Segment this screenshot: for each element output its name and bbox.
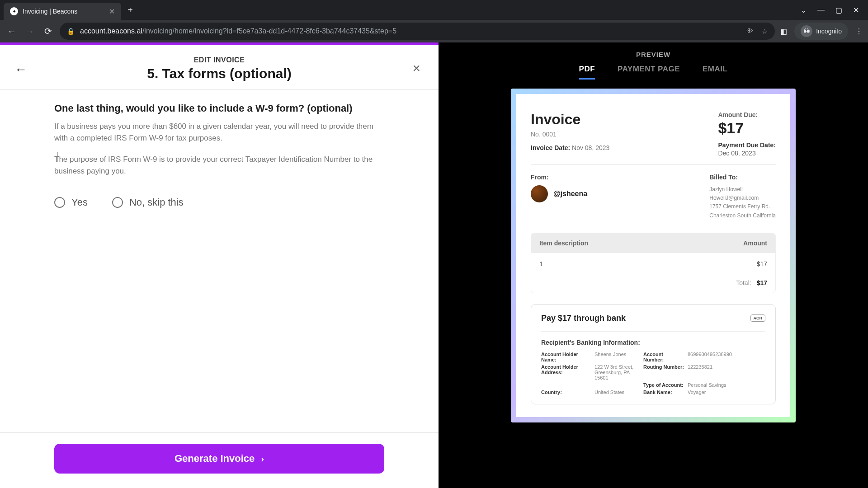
radio-icon (112, 197, 123, 208)
favicon-icon: ✦ (10, 7, 18, 15)
items-header-amount: Amount (743, 239, 767, 247)
billed-to-label: Billed To: (709, 174, 776, 181)
bank-info-title: Recipient's Banking Information: (541, 339, 765, 346)
editor-body: One last thing, would you like to includ… (0, 90, 439, 432)
bank-name-value: Voyager (688, 389, 765, 395)
radio-no[interactable]: No, skip this (112, 197, 184, 208)
forward-button[interactable]: → (24, 26, 36, 37)
holder-name-value: Sheena Jones (594, 352, 640, 362)
divider (531, 164, 776, 164)
back-button[interactable]: ← (5, 26, 18, 37)
items-header-desc: Item description (539, 239, 588, 247)
item-desc: 1 (539, 260, 543, 267)
invoice-date-label: Invoice Date: (531, 144, 570, 151)
item-amount: $17 (757, 260, 767, 267)
billed-to-name: Jazlyn Howell (709, 185, 776, 194)
generate-invoice-button[interactable]: Generate Invoice › (54, 444, 384, 474)
from-label: From: (531, 174, 587, 181)
browser-chrome: ✦ Invoicing | Beacons ✕ + ⌄ — ▢ ✕ ← → ⟳ … (0, 0, 868, 42)
amount-due-label: Amount Due: (718, 111, 776, 118)
page-content: ← × EDIT INVOICE 5. Tax forms (optional)… (0, 42, 868, 488)
bank-info-box: Pay $17 through bank ACH Recipient's Ban… (531, 304, 776, 404)
chevron-right-icon: › (261, 454, 264, 464)
routing-value: 122235821 (688, 364, 765, 380)
editor-footer: Generate Invoice › (0, 432, 439, 488)
holder-addr-label: Account Holder Address: (541, 364, 591, 380)
preview-tabs: PDF PAYMENT PAGE EMAIL (579, 65, 728, 80)
w9-desc-1: If a business pays you more than $600 in… (54, 121, 384, 144)
browser-tab[interactable]: ✦ Invoicing | Beacons ✕ (4, 3, 121, 20)
bank-name-label: Bank Name: (643, 389, 684, 395)
back-arrow-icon[interactable]: ← (14, 62, 27, 77)
acct-num-value: 8699900495238990 (688, 352, 765, 362)
minimize-icon[interactable]: — (817, 6, 825, 14)
from-handle: @jsheena (553, 190, 587, 198)
preview-panel: PREVIEW PDF PAYMENT PAGE EMAIL Invoice N… (439, 42, 868, 488)
w9-question: One last thing, would you like to includ… (54, 103, 384, 114)
payment-due-value: Dec 08, 2023 (718, 150, 776, 157)
incognito-badge[interactable]: 🕶 Incognito (794, 23, 848, 40)
tab-pdf[interactable]: PDF (579, 65, 595, 80)
invoice-title: Invoice (531, 111, 609, 128)
bank-info-grid: Account Holder Name: Sheena Jones Accoun… (541, 352, 765, 395)
close-icon[interactable]: ✕ (109, 7, 115, 16)
tab-title: Invoicing | Beacons (23, 8, 104, 15)
radio-yes[interactable]: Yes (54, 197, 88, 208)
invoice-card: Invoice No. 0001 Invoice Date: Nov 08, 2… (516, 94, 790, 417)
eye-off-icon[interactable]: 👁 (746, 27, 753, 36)
total-label: Total: (736, 279, 751, 286)
ach-badge: ACH (750, 314, 766, 322)
preview-label: PREVIEW (636, 51, 670, 58)
kebab-menu-icon[interactable]: ⋮ (855, 27, 863, 36)
avatar (531, 185, 548, 202)
invoice-frame: Invoice No. 0001 Invoice Date: Nov 08, 2… (511, 89, 796, 422)
invoice-date-value: Nov 08, 2023 (572, 144, 609, 151)
radio-icon (54, 197, 65, 208)
amount-due-value: $17 (718, 119, 776, 137)
acct-type-label: Type of Account: (643, 382, 684, 388)
payment-due-label: Payment Due Date: (718, 141, 776, 149)
radio-yes-label: Yes (71, 197, 88, 208)
w9-desc-2: The purpose of IRS Form W-9 is to provid… (54, 154, 384, 177)
billed-to-email: HowellJ@gmail.com (709, 194, 776, 202)
radio-no-label: No, skip this (129, 197, 184, 208)
bank-pay-title: Pay $17 through bank (541, 314, 626, 323)
divider (541, 331, 765, 332)
generate-invoice-label: Generate Invoice (175, 453, 255, 465)
country-label: Country: (541, 389, 591, 395)
tab-email[interactable]: EMAIL (703, 65, 727, 80)
incognito-icon: 🕶 (801, 25, 812, 37)
items-table: Item description Amount 1 $17 Total: $17 (531, 233, 776, 293)
tab-bar: ✦ Invoicing | Beacons ✕ + ⌄ — ▢ ✕ (0, 0, 868, 20)
edit-invoice-label: EDIT INVOICE (16, 56, 422, 64)
invoice-number: No. 0001 (531, 131, 609, 138)
chevron-down-icon[interactable]: ⌄ (801, 6, 807, 14)
holder-addr-value: 122 W 3rd Street,Greensburg, PA 15601 (594, 364, 640, 380)
total-value: $17 (757, 279, 767, 286)
editor-header: ← × EDIT INVOICE 5. Tax forms (optional) (0, 45, 439, 90)
close-icon[interactable]: × (412, 61, 420, 76)
radio-group: Yes No, skip this (54, 197, 384, 208)
tab-payment-page[interactable]: PAYMENT PAGE (618, 65, 680, 80)
lock-icon: 🔒 (67, 28, 75, 35)
nav-bar: ← → ⟳ 🔒 account.beacons.ai/invoicing/hom… (0, 20, 868, 42)
new-tab-button[interactable]: + (127, 5, 133, 15)
extensions-icon[interactable]: ◧ (780, 27, 787, 36)
holder-name-label: Account Holder Name: (541, 352, 591, 362)
editor-panel: ← × EDIT INVOICE 5. Tax forms (optional)… (0, 42, 439, 488)
billed-to-addr2: Charleston South California (709, 211, 776, 220)
star-icon[interactable]: ☆ (761, 27, 768, 36)
step-title: 5. Tax forms (optional) (16, 66, 422, 81)
window-controls: ⌄ — ▢ ✕ (801, 6, 864, 14)
url-bar[interactable]: 🔒 account.beacons.ai/invoicing/home/invo… (60, 23, 775, 40)
acct-num-label: Account Number: (643, 352, 684, 362)
country-value: United States (594, 389, 640, 395)
table-row: 1 $17 (531, 253, 775, 275)
acct-type-value: Personal Savings (688, 382, 765, 388)
close-window-icon[interactable]: ✕ (853, 6, 859, 14)
routing-label: Routing Number: (643, 364, 684, 380)
billed-to-addr1: 1757 Clements Ferry Rd. (709, 202, 776, 211)
reload-button[interactable]: ⟳ (42, 26, 54, 37)
maximize-icon[interactable]: ▢ (835, 6, 842, 14)
url-text: account.beacons.ai/invoicing/home/invoic… (80, 27, 741, 35)
